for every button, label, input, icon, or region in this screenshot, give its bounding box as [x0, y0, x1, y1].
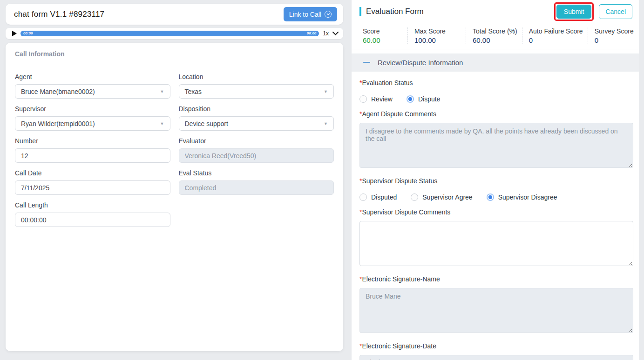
survey-score-value: 0 [595, 36, 634, 44]
call-information-title: Call Information [15, 50, 65, 58]
auto-failure-score-value: 0 [529, 36, 583, 44]
agent-label: Agent [15, 73, 170, 80]
call-length-label: Call Length [15, 201, 170, 209]
chevron-down-icon[interactable] [332, 32, 339, 35]
radio-unselected-icon [359, 95, 367, 103]
collapse-minus-icon[interactable] [363, 62, 370, 63]
evaluator-label: Evaluator [179, 137, 334, 145]
page-title: chat form V1.1 #8923117 [14, 10, 104, 19]
agent-field: Agent Bruce Mane(bmane0002) ▼ [15, 73, 170, 99]
disposition-value: Device support [185, 120, 228, 127]
agent-dispute-comments-textarea: I disagree to the comments made by QA. a… [359, 123, 633, 168]
number-label: Number [15, 137, 170, 145]
call-date-label: Call Date [15, 169, 170, 177]
call-date-field: Call Date [15, 169, 170, 195]
electronic-signature-name-label: *Electronic Signature-Name [359, 275, 633, 283]
spacer [179, 201, 334, 227]
location-label: Location [179, 73, 334, 80]
location-field: Location Texas ▼ [179, 73, 334, 99]
chevron-down-circle-icon [325, 11, 332, 18]
caret-down-icon: ▼ [160, 121, 164, 126]
total-score-value: 60.00 [473, 36, 517, 44]
radio-selected-icon [407, 95, 414, 103]
evaluation-status-radios: Review Dispute [359, 95, 633, 103]
supervisor-dispute-status-radios: Disputed Supervisor Agree Supervisor Dis… [359, 193, 633, 201]
submit-highlight-box: Submit [554, 2, 594, 21]
form-title-card: chat form V1.1 #8923117 Link to Call [6, 4, 343, 25]
electronic-signature-date-input [359, 355, 633, 360]
evaluation-status-label: *Evaluation Status [359, 79, 633, 87]
location-value: Texas [185, 88, 202, 95]
supervisor-value: Ryan Wilder(tempid0001) [21, 120, 95, 127]
radio-supervisor-disagree[interactable]: Supervisor Disagree [487, 193, 557, 201]
caret-down-icon: ▼ [324, 89, 328, 94]
audio-player: 00:00 00:00 1x [6, 28, 343, 39]
evaluation-form-panel: Evaluation Form Submit Cancel Score 60.0… [352, 0, 639, 360]
total-score-label: Total Score (%) [473, 27, 517, 35]
cancel-button[interactable]: Cancel [599, 4, 632, 19]
radio-dispute-label: Dispute [418, 95, 440, 103]
number-input[interactable] [15, 148, 170, 163]
auto-failure-score-col: Auto Failure Score 0 [522, 27, 588, 44]
audio-end-time: 00:00 [307, 32, 316, 35]
location-select[interactable]: Texas ▼ [179, 84, 334, 99]
caret-down-icon: ▼ [324, 121, 328, 126]
radio-selected-icon [487, 193, 494, 201]
section-title: Review/Dispute Information [378, 59, 463, 67]
evaluator-input [179, 148, 334, 163]
electronic-signature-date-label: *Electronic Signature-Date [359, 342, 633, 350]
max-score-label: Max Score [414, 27, 461, 35]
play-icon[interactable] [12, 31, 17, 36]
survey-score-col: Survey Score 0 [588, 27, 638, 44]
radio-disputed-label: Disputed [371, 193, 397, 201]
eval-status-label: Eval Status [179, 169, 334, 177]
radio-review[interactable]: Review [359, 95, 393, 103]
disposition-field: Disposition Device support ▼ [179, 105, 334, 131]
supervisor-select[interactable]: Ryan Wilder(tempid0001) ▼ [15, 116, 170, 131]
supervisor-dispute-status-label: *Supervisor Dispute Status [359, 177, 633, 185]
disposition-select[interactable]: Device support ▼ [179, 116, 334, 131]
electronic-signature-name-textarea: Bruce Mane [359, 288, 633, 333]
call-date-input[interactable] [15, 180, 170, 195]
radio-review-label: Review [371, 95, 393, 103]
score-label: Score [363, 27, 403, 35]
radio-dispute[interactable]: Dispute [407, 95, 440, 103]
left-column: chat form V1.1 #8923117 Link to Call 00:… [6, 4, 343, 360]
auto-failure-score-label: Auto Failure Score [529, 27, 583, 35]
supervisor-dispute-comments-textarea[interactable] [359, 221, 633, 266]
supervisor-dispute-comments-label: *Supervisor Dispute Comments [359, 208, 633, 216]
agent-select[interactable]: Bruce Mane(bmane0002) ▼ [15, 84, 170, 99]
number-field: Number [15, 137, 170, 163]
submit-button[interactable]: Submit [556, 5, 592, 19]
call-length-input[interactable] [15, 213, 170, 227]
evaluation-form-title: Evaluation Form [366, 7, 554, 16]
supervisor-label: Supervisor [15, 105, 170, 113]
evaluation-form-header: Evaluation Form Submit Cancel [352, 0, 639, 23]
eval-status-input [179, 180, 334, 195]
survey-score-label: Survey Score [595, 27, 634, 35]
radio-unselected-icon [411, 193, 418, 201]
call-information-card: Call Information Agent Bruce Mane(bmane0… [6, 43, 343, 351]
disposition-label: Disposition [179, 105, 334, 113]
playback-speed[interactable]: 1x [323, 30, 329, 37]
eval-status-field: Eval Status [179, 169, 334, 195]
radio-supervisor-agree[interactable]: Supervisor Agree [411, 193, 472, 201]
score-value: 60.00 [363, 36, 403, 44]
review-dispute-section-header[interactable]: Review/Dispute Information [352, 53, 639, 72]
agent-dispute-comments-label: *Agent Dispute Comments [359, 110, 633, 118]
audio-progress-bar[interactable]: 00:00 00:00 [20, 31, 319, 36]
radio-supervisor-agree-label: Supervisor Agree [422, 193, 472, 201]
score-col: Score 60.00 [352, 27, 407, 44]
call-length-field: Call Length [15, 201, 170, 227]
review-dispute-body: *Evaluation Status Review Dispute *Agent… [352, 79, 639, 360]
link-to-call-button[interactable]: Link to Call [284, 7, 337, 21]
caret-down-icon: ▼ [160, 89, 164, 94]
link-to-call-label: Link to Call [289, 11, 321, 18]
radio-disputed[interactable]: Disputed [359, 193, 397, 201]
radio-unselected-icon [359, 193, 367, 201]
call-information-header: Call Information [6, 43, 343, 64]
supervisor-field: Supervisor Ryan Wilder(tempid0001) ▼ [15, 105, 170, 131]
score-summary-row: Score 60.00 Max Score 100.00 Total Score… [352, 23, 639, 49]
title-accent-bar [359, 7, 361, 16]
audio-current-time: 00:00 [23, 32, 33, 35]
